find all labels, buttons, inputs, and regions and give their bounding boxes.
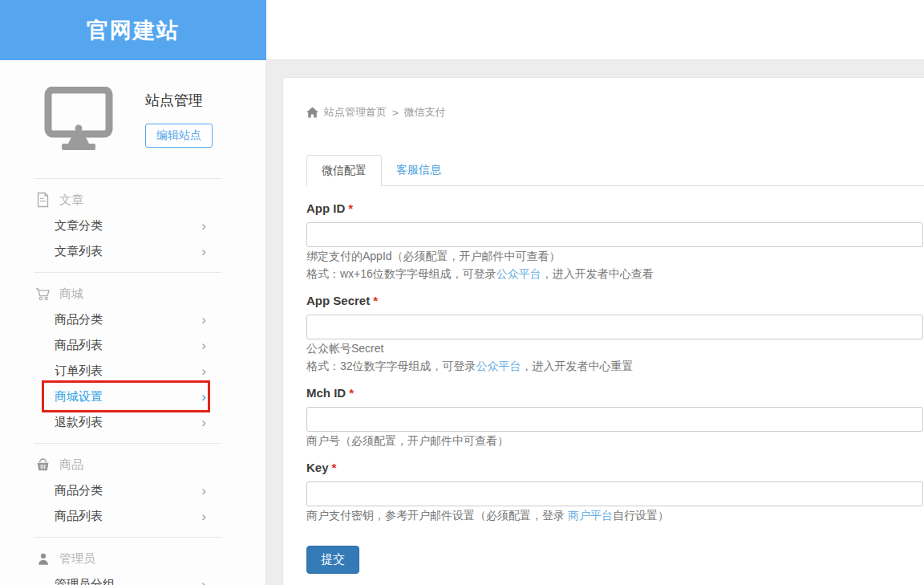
- field-app-id: App ID* 绑定支付的AppId（必须配置，开户邮件中可查看） 格式：wx+…: [306, 201, 923, 282]
- field-label-text: Mch ID: [306, 386, 346, 400]
- sidebar-item-article-list[interactable]: 文章列表 ›: [0, 238, 265, 264]
- field-mch-id: Mch ID* 商户号（必须配置，开户邮件中可查看）: [306, 386, 923, 449]
- basket-icon: [35, 457, 51, 472]
- sidebar-item-product-list[interactable]: 商品列表 ›: [0, 503, 265, 529]
- monitor-icon: [44, 87, 113, 151]
- content-panel: 站点管理首页 > 微信支付 微信配置 客服信息 App ID* 绑定支付的App…: [282, 77, 924, 585]
- mch-id-input[interactable]: [306, 407, 923, 432]
- field-app-secret: App Secret* 公众帐号Secret 格式：32位数字字母组成，可登录公…: [306, 294, 923, 375]
- chevron-right-icon: ›: [201, 390, 206, 404]
- sidebar-section-mall: 商城 商品分类 › 商品列表 › 订单列表 › 商城设置 › 退款列表 ›: [0, 281, 265, 435]
- key-input[interactable]: [306, 481, 923, 506]
- help-text-part: ，进入开发者中心查看: [541, 267, 654, 280]
- home-icon: [306, 107, 318, 118]
- sidebar-divider: [34, 443, 221, 444]
- help-text-part: 商户支付密钥，参考开户邮件设置（必须配置，登录: [306, 509, 568, 522]
- menu-item-label: 商品列表: [55, 509, 103, 524]
- edit-site-button[interactable]: 编辑站点: [145, 124, 213, 148]
- app-secret-input[interactable]: [306, 315, 923, 339]
- sidebar: 站点管理 编辑站点 文章 文章分类 › 文章列表 ›: [0, 60, 266, 585]
- chevron-right-icon: ›: [201, 339, 206, 352]
- field-label-text: Key: [306, 461, 329, 474]
- sidebar-item-article-category[interactable]: 文章分类 ›: [0, 213, 265, 238]
- chevron-right-icon: ›: [201, 416, 206, 429]
- help-text: 商户支付密钥，参考开户邮件设置（必须配置，登录 商户平台自行设置）: [306, 506, 923, 524]
- chevron-right-icon: ›: [201, 578, 206, 585]
- menu-item-label: 退款列表: [55, 415, 103, 430]
- section-label: 商品: [59, 457, 83, 473]
- help-text-part: ，进入开发者中心重置: [521, 360, 634, 372]
- help-text: 格式：wx+16位数字字母组成，可登录公众平台，进入开发者中心查看: [306, 265, 923, 282]
- sidebar-item-admin-groups[interactable]: 管理员分组 ›: [0, 571, 265, 585]
- required-asterisk: *: [373, 294, 378, 307]
- menu-item-label: 订单列表: [55, 364, 103, 379]
- chevron-right-icon: ›: [201, 219, 206, 233]
- section-label: 商城: [59, 286, 83, 302]
- cart-icon: [35, 286, 51, 302]
- tab-customer-service-info[interactable]: 客服信息: [382, 155, 456, 185]
- sidebar-item-product-category[interactable]: 商品分类 ›: [0, 477, 265, 503]
- top-navbar: [266, 0, 924, 60]
- sidebar-item-mall-settings[interactable]: 商城设置 ›: [0, 384, 265, 409]
- required-asterisk: *: [332, 461, 337, 474]
- sidebar-item-goods-list[interactable]: 商品列表 ›: [0, 332, 265, 358]
- tab-bar: 微信配置 客服信息: [306, 155, 924, 186]
- section-label: 管理员: [59, 551, 95, 567]
- document-icon: [35, 192, 51, 208]
- field-label: App Secret*: [306, 294, 923, 307]
- sidebar-item-order-list[interactable]: 订单列表 ›: [0, 358, 265, 384]
- site-title: 站点管理: [145, 91, 213, 110]
- brand-logo-text: 官网建站: [87, 16, 180, 45]
- public-platform-link[interactable]: 公众平台: [476, 360, 521, 372]
- merchant-platform-link[interactable]: 商户平台: [568, 509, 613, 522]
- help-text: 绑定支付的AppId（必须配置，开户邮件中可查看）: [306, 247, 923, 265]
- chevron-right-icon: ›: [201, 510, 206, 523]
- sidebar-item-goods-category[interactable]: 商品分类 ›: [0, 307, 265, 332]
- site-card: 站点管理 编辑站点: [0, 60, 265, 170]
- section-header-admin: 管理员: [0, 546, 265, 571]
- help-text: 格式：32位数字字母组成，可登录公众平台，进入开发者中心重置: [306, 357, 923, 375]
- field-label: App ID*: [306, 201, 923, 215]
- breadcrumb-current: 微信支付: [404, 105, 446, 120]
- help-text-part: 格式：wx+16位数字字母组成，可登录: [306, 267, 496, 280]
- breadcrumb-home[interactable]: 站点管理首页: [324, 105, 387, 120]
- menu-item-label: 商品列表: [55, 338, 103, 353]
- help-text-part: 自行设置）: [613, 509, 669, 522]
- required-asterisk: *: [349, 386, 354, 400]
- sidebar-divider: [34, 272, 221, 273]
- sidebar-item-refund-list[interactable]: 退款列表 ›: [0, 409, 265, 435]
- chevron-right-icon: ›: [201, 364, 206, 378]
- help-text-part: 格式：32位数字字母组成，可登录: [306, 360, 476, 372]
- tab-wechat-config[interactable]: 微信配置: [306, 155, 382, 186]
- field-label: Mch ID*: [306, 386, 923, 400]
- sidebar-section-products: 商品 商品分类 › 商品列表 ›: [0, 452, 265, 529]
- chevron-right-icon: ›: [201, 313, 206, 327]
- section-header-mall: 商城: [0, 281, 265, 307]
- field-label: Key*: [306, 461, 923, 474]
- field-label-text: App ID: [306, 201, 345, 215]
- breadcrumb-separator: >: [392, 107, 399, 119]
- chevron-right-icon: ›: [201, 245, 206, 258]
- menu-item-label: 文章列表: [55, 244, 103, 259]
- help-text: 公众帐号Secret: [306, 339, 923, 357]
- sidebar-divider: [34, 178, 221, 179]
- required-asterisk: *: [348, 201, 353, 215]
- field-key: Key* 商户支付密钥，参考开户邮件设置（必须配置，登录 商户平台自行设置）: [306, 461, 923, 524]
- sidebar-section-admin: 管理员 管理员分组 ›: [0, 546, 265, 585]
- menu-item-label: 管理员分组: [55, 577, 115, 585]
- section-header-articles: 文章: [0, 187, 265, 213]
- help-text: 商户号（必须配置，开户邮件中可查看）: [306, 432, 923, 449]
- public-platform-link[interactable]: 公众平台: [496, 267, 541, 280]
- app-id-input[interactable]: [306, 222, 923, 247]
- menu-item-label: 商城设置: [55, 389, 103, 404]
- menu-item-label: 商品分类: [55, 483, 103, 498]
- submit-button[interactable]: 提交: [306, 546, 359, 574]
- breadcrumb: 站点管理首页 > 微信支付: [306, 105, 924, 120]
- section-label: 文章: [59, 193, 83, 208]
- menu-item-label: 商品分类: [55, 312, 103, 327]
- chevron-right-icon: ›: [201, 484, 206, 498]
- field-label-text: App Secret: [306, 294, 370, 307]
- section-header-products: 商品: [0, 452, 265, 477]
- brand-logo: 官网建站: [0, 0, 266, 60]
- user-icon: [35, 552, 51, 566]
